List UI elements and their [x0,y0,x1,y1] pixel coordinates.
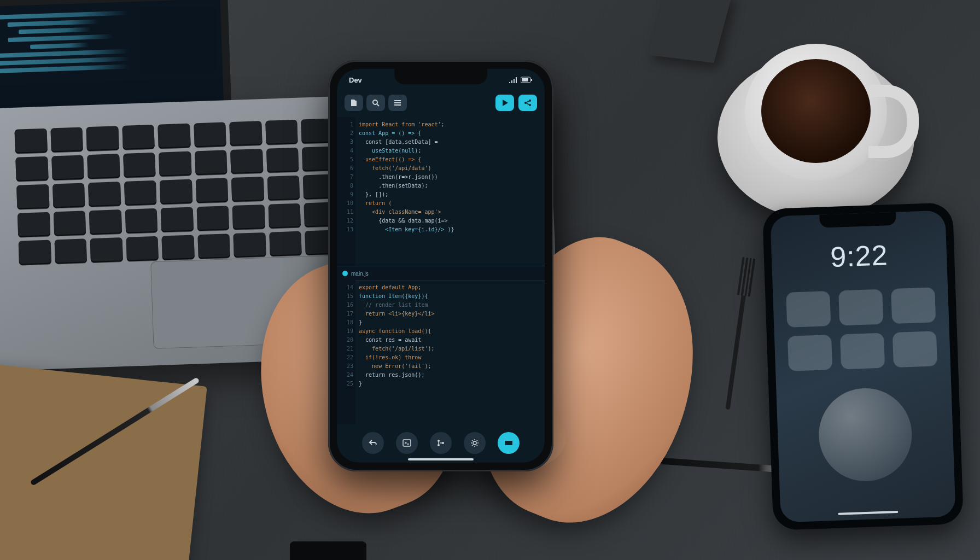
svg-point-10 [442,442,444,444]
keyboard-button[interactable] [498,432,520,454]
terminal-button[interactable] [396,432,418,454]
files-button[interactable] [345,95,363,111]
primary-phone-home-indicator[interactable] [408,458,474,460]
svg-point-6 [529,104,531,106]
app-icon[interactable] [840,333,885,370]
share-button[interactable] [518,95,537,111]
scene: 9:22 Dev [0,0,980,560]
svg-point-3 [373,100,377,104]
run-button[interactable] [495,95,514,111]
editor-split-bar[interactable]: main.js [337,266,545,281]
primary-phone: Dev [328,60,553,471]
app-icon[interactable] [838,289,883,326]
app-icon[interactable] [786,291,831,328]
editor-toolbar [337,91,545,115]
laptop-code-blur [0,4,218,110]
code-pane-bottom[interactable]: export default App;function Item({key}){… [355,280,545,424]
svg-point-9 [438,444,440,446]
secondary-phone-app-grid [786,287,937,371]
split-file-label: main.js [351,271,369,277]
secondary-phone-screen: 9:22 [770,211,955,523]
svg-point-11 [473,441,476,445]
svg-point-5 [529,100,531,102]
git-button[interactable] [430,432,452,454]
svg-point-4 [524,102,527,104]
status-left-label: Dev [349,76,362,84]
undo-button[interactable] [362,432,384,454]
svg-rect-1 [522,78,528,81]
svg-rect-2 [531,79,532,81]
svg-point-8 [438,440,440,442]
coffee-cup [718,33,914,219]
settings-button[interactable] [464,432,486,454]
signal-icon [509,75,517,84]
secondary-phone-widget [817,387,913,483]
secondary-phone: 9:22 [762,202,964,530]
battery-icon [521,77,533,83]
app-icon[interactable] [891,287,936,324]
app-icon[interactable] [788,335,832,371]
code-editor-bottom[interactable]: 141516171819202122232425 export default … [337,280,545,424]
menu-button[interactable] [388,95,407,111]
coffee-liquid [761,59,871,163]
secondary-phone-notch [819,212,896,228]
line-gutter: 141516171819202122232425 [337,280,355,424]
file-indicator-icon [342,271,348,276]
search-button[interactable] [366,95,385,111]
primary-phone-screen: Dev [337,69,545,463]
primary-phone-notch [394,69,487,84]
bottom-toolbar [337,428,545,458]
secondary-phone-clock: 9:22 [771,237,947,276]
app-icon[interactable] [892,331,937,368]
secondary-phone-home-indicator[interactable] [838,511,898,515]
svg-rect-12 [505,441,512,445]
